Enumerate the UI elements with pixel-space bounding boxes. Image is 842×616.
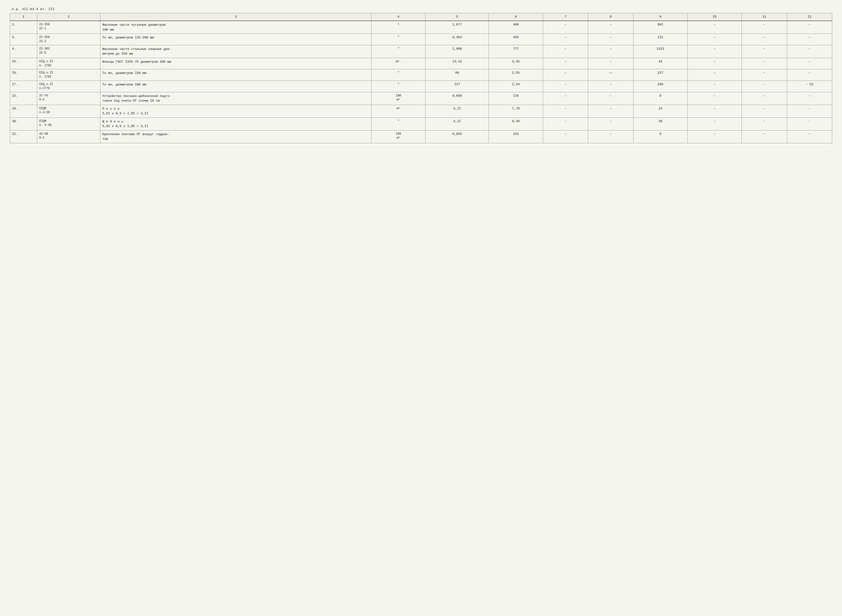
cell-r2-c4: 2,988 [426,45,489,58]
cell-r7-c9: – [688,105,742,117]
cell-r9-c8: 9 [633,130,688,143]
cell-r7-c10: – [742,105,787,117]
cell-r9-c7: – [588,130,633,143]
cell-r0-c1: 22-358 22-I [37,21,100,34]
cell-r8-c4: 3,II [426,117,489,130]
col-header-5: 5 [426,13,489,21]
cell-r4-c9: – [688,69,742,81]
cell-r7-c11: – [787,105,832,117]
cell-r2-c10: – [742,45,787,58]
cell-r6-c0: 22. [10,92,37,105]
cell-r5-c10: – [742,81,787,92]
cell-r8-c10: – [742,117,787,130]
cell-r8-c1: ССЦМ п. 4-39 [37,117,100,130]
cell-r6-c1: 37-76 9-3 [37,92,100,105]
cell-r5-c9: – [688,81,742,92]
cell-r3-c5: 3,42 [489,58,543,69]
cell-r6-c11: – [787,92,832,105]
cell-r8-c6: – [543,117,588,130]
col-header-12: I2 [787,13,832,21]
cell-r3-c10: – [742,58,787,69]
cell-r7-c5: 7,79 [489,105,543,117]
cell-r0-c11: – [787,21,832,34]
table-row: 22.37-76 9-3Устройство песчано-щебеночно… [10,92,832,105]
cell-r2-c6: – [543,45,588,58]
table-row: I6.ССЦ,ч.ІІ п. I78IТо же, диаметром I50 … [10,69,832,81]
cell-r1-c3: " [372,34,426,45]
cell-r7-c8: 24 [633,105,688,117]
cell-r4-c1: ССЦ,ч.ІІ п. I78I [37,69,100,81]
table-row: 3I.42-48 9-IКрепление плитами ПГ вокруг … [10,130,832,143]
cell-r3-c8: 44 [633,58,688,69]
cell-r0-c5: 480 [489,21,543,34]
cell-r6-c8: 8 [633,92,688,105]
cell-r9-c6: – [543,130,588,143]
table-row: 2.22-358 22-IФасолные части чугунные диа… [10,21,832,34]
cell-r5-c8: I96 [633,81,688,92]
cell-r6-c9: – [688,92,742,105]
cell-r9-c10: – [742,130,787,143]
cell-r1-c5: 455 [489,34,543,45]
cell-r6-c2: Устройство песчано-щебеночной подго- тов… [100,92,371,105]
cell-r8-c7: – [588,117,633,130]
cell-r3-c9: – [688,58,742,69]
cell-r5-c7: – [588,81,633,92]
cell-r1-c8: 2II [633,34,688,45]
cell-r1-c7: – [588,34,633,45]
cell-r2-c5: 777 [489,45,543,58]
cell-r3-c7: – [588,58,633,69]
cell-r7-c3: м³ [372,105,426,117]
cell-r0-c4: I,877 [426,21,489,34]
cell-r9-c4: 0,055 [426,130,489,143]
cell-r6-c4: 0,058 [426,92,489,105]
cell-r5-c3: " [372,81,426,92]
cell-r3-c0: I5. [10,58,37,69]
cell-r3-c1: ССЦ,ч.ІІ п. I782 [37,58,100,69]
cell-r8-c5: 9,49 [489,117,543,130]
table-row: 3.22-359 22-2То же, диаметром I25-200 мм… [10,34,832,45]
table-row: 30.ССЦМ п. 4-39Щ е б е н ь 5,92 х 0,5 х … [10,117,832,130]
col-header-4: 4 [372,13,426,21]
cell-r2-c0: 4. [10,45,37,58]
col-header-1: 1 [10,13,37,21]
cell-r0-c2: Фасолные части чугунные диаметром I00 мм [100,21,371,34]
cell-r4-c8: 227 [633,69,688,81]
col-header-6: 6 [489,13,543,21]
cell-r9-c9: – [688,130,742,143]
cell-r5-c2: То же, диаметром I00 мм [100,81,371,92]
cell-r5-c4: I27 [426,81,489,92]
header-label: .п.р. 4ІІ-03-4 вт. ІІІ [10,7,832,11]
cell-r1-c2: То же, диаметром I25-200 мм [100,34,371,45]
cell-r4-c6: – [543,69,588,81]
cell-r0-c6: – [543,21,588,34]
cell-r9-c11: – [787,130,832,143]
cell-r7-c0: 29. [10,105,37,117]
col-header-2: 2 [37,13,100,21]
cell-r5-c11: – ℕ2 [787,81,832,92]
cell-r7-c2: П е с о к 5,92 х 0,5 х I,05 = 3,II [100,105,371,117]
cell-r5-c5: I,54 [489,81,543,92]
col-header-9: 9 [633,13,688,21]
col-header-10: IO [688,13,742,21]
col-header-3: 3 [100,13,371,21]
cell-r8-c9: – [688,117,742,130]
col-header-7: 7 [543,13,588,21]
cell-r7-c7: – [588,105,633,117]
cell-r0-c10: – [742,21,787,34]
cell-r5-c0: I7. [10,81,37,92]
cell-r4-c10: – [742,69,787,81]
cell-r5-c6: – [543,81,588,92]
cell-r2-c9: – [688,45,742,58]
cell-r2-c7: – [588,45,633,58]
cell-r1-c0: 3. [10,34,37,45]
cell-r7-c1: ССЦМ п.4-20 [37,105,100,117]
cell-r9-c2: Крепление плитами ПГ вокруг гидран- тов [100,130,371,143]
cell-r8-c2: Щ е б е н ь 5,92 х 0,5 х I,05 = 3,II [100,117,371,130]
cell-r1-c4: 0,463 [426,34,489,45]
cell-r8-c11: – [787,117,832,130]
cell-r3-c4: I3,42 [426,58,489,69]
cell-r4-c11: – [787,69,832,81]
cell-r3-c6: – [543,58,588,69]
cell-r2-c11: – [787,45,832,58]
table-row: I5.ССЦ,ч.ІІ п. I782Фланцы ГОСТ I255-75 д… [10,58,832,69]
